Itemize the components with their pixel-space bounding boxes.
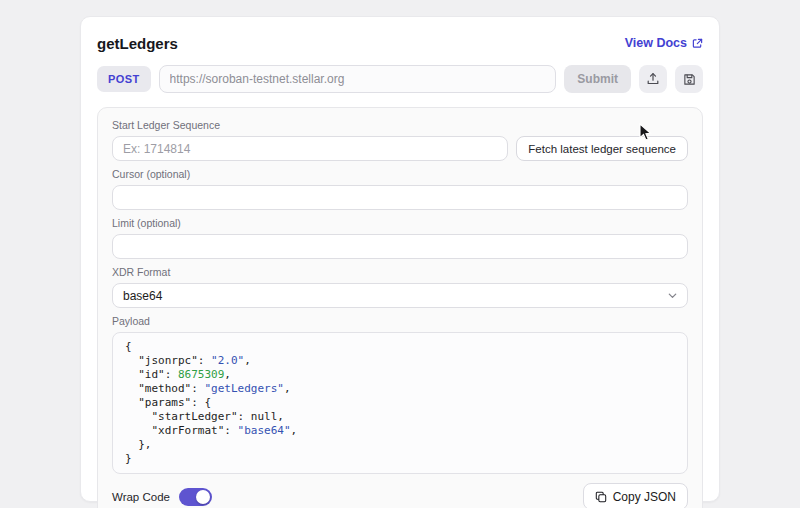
toggle-knob	[196, 490, 210, 504]
start-ledger-label: Start Ledger Sequence	[112, 119, 688, 132]
request-bar: POST Submit	[97, 65, 703, 93]
get-ledgers-card: getLedgers View Docs POST Submit	[80, 16, 720, 502]
copy-json-button[interactable]: Copy JSON	[583, 483, 688, 508]
fetch-latest-ledger-button[interactable]: Fetch latest ledger sequence	[516, 136, 688, 161]
limit-input[interactable]	[112, 234, 688, 259]
limit-field: Limit (optional)	[112, 217, 688, 259]
start-ledger-field: Start Ledger Sequence Fetch latest ledge…	[112, 119, 688, 161]
xdr-format-label: XDR Format	[112, 266, 688, 279]
xdr-format-value: base64	[123, 289, 162, 303]
limit-label: Limit (optional)	[112, 217, 688, 230]
share-button[interactable]	[639, 65, 667, 93]
chevron-down-icon	[667, 290, 678, 301]
wrap-code-group: Wrap Code	[112, 488, 212, 506]
start-ledger-input[interactable]	[112, 136, 508, 161]
save-icon	[683, 73, 696, 86]
submit-button[interactable]: Submit	[564, 65, 631, 93]
http-method-badge: POST	[97, 66, 151, 92]
section-footer: Wrap Code Copy JSON	[112, 483, 688, 508]
cursor-input[interactable]	[112, 185, 688, 210]
copy-icon	[595, 491, 607, 503]
payload-field: Payload { "jsonrpc": "2.0", "id": 867530…	[112, 315, 688, 474]
endpoint-url-input[interactable]	[159, 65, 557, 93]
copy-json-label: Copy JSON	[613, 490, 676, 504]
external-link-icon	[692, 38, 703, 49]
payload-code: { "jsonrpc": "2.0", "id": 8675309, "meth…	[112, 332, 688, 474]
payload-label: Payload	[112, 315, 688, 328]
page-title: getLedgers	[97, 35, 178, 52]
wrap-code-toggle[interactable]	[179, 488, 212, 506]
xdr-format-select[interactable]: base64	[112, 283, 688, 308]
card-header: getLedgers View Docs	[97, 33, 703, 53]
xdr-format-field: XDR Format base64	[112, 266, 688, 308]
view-docs-link[interactable]: View Docs	[625, 36, 703, 50]
view-docs-label: View Docs	[625, 36, 687, 50]
cursor-label: Cursor (optional)	[112, 168, 688, 181]
request-params-section: Start Ledger Sequence Fetch latest ledge…	[97, 107, 703, 508]
share-upload-icon	[646, 72, 660, 86]
cursor-field: Cursor (optional)	[112, 168, 688, 210]
save-button[interactable]	[675, 65, 703, 93]
wrap-code-label: Wrap Code	[112, 491, 170, 503]
